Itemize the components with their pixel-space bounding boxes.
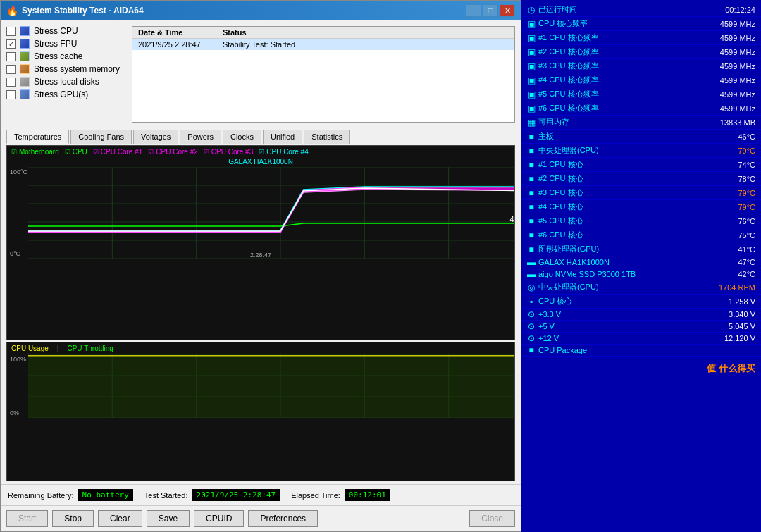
elapsed-value: 00:12:01 [345, 489, 390, 501]
right-panel: ◷ 已运行时间 00:12:24 ▣ CPU 核心频率 4599 MHz ▣ #… [521, 0, 761, 532]
test-started-value: 2021/9/25 2:28:47 [192, 489, 280, 501]
panel-row-cpu-freq: ▣ CPU 核心频率 4599 MHz [521, 17, 761, 31]
fan-icon: ◎ [527, 283, 536, 292]
core6-temp-icon: ■ [527, 231, 536, 240]
temperature-chart: ☑ Motherboard ☑ CPU ☑ CPU Core #1 ☑ CPU … [6, 145, 515, 340]
stress-cpu-checkbox[interactable] [6, 27, 16, 36]
tab-unified[interactable]: Unified [263, 130, 302, 144]
core1-temp-icon: ■ [527, 161, 536, 169]
cpu-temp-icon: ■ [527, 147, 536, 155]
memory-icon: ▦ [527, 118, 536, 127]
chart-sublabel: GALAX HA1K1000N [7, 158, 514, 167]
panel-row-uptime: ◷ 已运行时间 00:12:24 [521, 3, 761, 17]
panel-row-mobo-temp: ■ 主板 46°C [521, 130, 761, 144]
stress-gpu-item[interactable]: Stress GPU(s) [6, 89, 126, 99]
panel-row-fan-speed: ◎ 中央处理器(CPU) 1704 RPM [521, 280, 761, 295]
log-status: Stability Test: Started [223, 40, 295, 49]
temp-chart-svg: 79 79 46 47 [28, 167, 515, 259]
stress-disks-checkbox[interactable] [6, 78, 16, 87]
usage-chart-area: 100% 0% [8, 354, 513, 418]
panel-row-ssd-temp: ▬ aigo NVMe SSD P3000 1TB 42°C [521, 268, 761, 280]
stress-memory-label: Stress system memory [34, 64, 120, 74]
temp-y-min: 0°C [10, 250, 27, 257]
watermark-area: 值 什么得买 [521, 357, 761, 378]
panel-row-core4-temp: ■ #4 CPU 核心 79°C [521, 200, 761, 214]
stress-disks-label: Stress local disks [34, 77, 99, 87]
12v-icon: ⊙ [527, 334, 536, 342]
panel-row-12v: ⊙ +12 V 12.120 V [521, 333, 761, 345]
battery-status: Remaining Battery: No battery [8, 489, 133, 501]
core1-freq-icon: ▣ [527, 34, 536, 42]
stress-cache-label: Stress cache [34, 51, 82, 61]
stress-memory-item[interactable]: Stress system memory [6, 64, 126, 74]
panel-row-core2-temp: ■ #2 CPU 核心 78°C [521, 172, 761, 186]
3v3-icon: ⊙ [527, 310, 536, 318]
legend-cpu-throttling: CPU Throttling [67, 345, 113, 352]
preferences-button[interactable]: Preferences [248, 510, 318, 527]
tab-cooling-fans[interactable]: Cooling Fans [70, 130, 132, 144]
app-icon: 🔥 [6, 5, 18, 16]
tab-clocks[interactable]: Clocks [223, 130, 261, 144]
title-controls: ─ □ ✕ [466, 4, 515, 17]
close-button[interactable]: Close [469, 510, 515, 527]
window-title: System Stability Test - AIDA64 [22, 6, 144, 16]
tab-powers[interactable]: Powers [180, 130, 221, 144]
panel-row-core3-freq: ▣ #3 CPU 核心频率 4599 MHz [521, 59, 761, 73]
stress-cpu-item[interactable]: Stress CPU [6, 26, 126, 36]
usage-y-min: 0% [10, 409, 26, 416]
panel-row-core2-freq: ▣ #2 CPU 核心频率 4599 MHz [521, 45, 761, 59]
panel-value-uptime: 00:12:24 [692, 6, 755, 14]
svg-text:100%: 100% [514, 357, 515, 364]
test-started-status: Test Started: 2021/9/25 2:28:47 [144, 489, 280, 501]
stress-fpu-label: Stress FPU [34, 39, 77, 49]
panel-row-cpu-package: ■ CPU Package [521, 345, 761, 357]
button-bar: Start Stop Clear Save CPUID Preferences … [1, 505, 521, 531]
chart-bottom-legend: CPU Usage | CPU Throttling [7, 342, 514, 354]
stress-memory-checkbox[interactable] [6, 65, 16, 74]
legend-core4: ☑ CPU Core #4 [259, 148, 308, 156]
tab-statistics[interactable]: Statistics [304, 130, 350, 144]
save-button[interactable]: Save [147, 510, 190, 527]
stress-gpu-checkbox[interactable] [6, 90, 16, 99]
panel-row-core5-freq: ▣ #5 CPU 核心频率 4599 MHz [521, 87, 761, 101]
5v-icon: ⊙ [527, 322, 536, 330]
close-window-button[interactable]: ✕ [500, 4, 515, 17]
minimize-button[interactable]: ─ [466, 4, 481, 17]
package-icon: ■ [527, 346, 536, 354]
stress-disks-item[interactable]: Stress local disks [6, 77, 126, 87]
core3-temp-icon: ■ [527, 189, 536, 197]
stress-gpu-label: Stress GPU(s) [34, 89, 88, 99]
panel-row-core1-freq: ▣ #1 CPU 核心频率 4599 MHz [521, 31, 761, 45]
maximize-button[interactable]: □ [483, 4, 498, 17]
legend-core3: ☑ CPU Core #3 [204, 148, 253, 156]
stress-fpu-checkbox[interactable]: ✓ [6, 39, 16, 49]
core6-freq-icon: ▣ [527, 104, 536, 113]
core2-freq-icon: ▣ [527, 48, 536, 56]
panel-row-core1-temp: ■ #1 CPU 核心 74°C [521, 158, 761, 172]
panel-value-cpu-freq: 4599 MHz [692, 20, 755, 28]
tab-temperatures[interactable]: Temperatures [6, 130, 69, 144]
panel-row-memory: ▦ 可用内存 13833 MB [521, 116, 761, 130]
clear-button[interactable]: Clear [98, 510, 142, 527]
mobo-temp-icon: ■ [527, 132, 536, 141]
stress-cache-item[interactable]: Stress cache [6, 51, 126, 61]
charts-container: ☑ Motherboard ☑ CPU ☑ CPU Core #1 ☑ CPU … [1, 145, 521, 481]
panel-label-uptime: ◷ 已运行时间 [527, 4, 577, 15]
log-header: Date & Time Status [132, 27, 514, 39]
stress-cache-checkbox[interactable] [6, 52, 16, 61]
cpuid-button[interactable]: CPUID [194, 510, 244, 527]
log-date-header: Date & Time [138, 28, 223, 37]
status-bar: Remaining Battery: No battery Test Start… [1, 484, 521, 505]
start-button[interactable]: Start [6, 510, 48, 527]
legend-core1: ☑ CPU Core #1 [93, 148, 142, 156]
stress-fpu-item[interactable]: ✓ Stress FPU [6, 39, 126, 49]
panel-row-core4-freq: ▣ #4 CPU 核心频率 4599 MHz [521, 73, 761, 87]
tabs-container: Temperatures Cooling Fans Voltages Power… [1, 130, 521, 144]
tab-voltages[interactable]: Voltages [133, 130, 178, 144]
svg-text:46: 46 [509, 216, 515, 223]
usage-y-labels: 100% 0% [10, 354, 26, 418]
galax-temp-icon: ▬ [527, 258, 536, 266]
core4-temp-icon: ■ [527, 203, 536, 211]
stop-button[interactable]: Stop [52, 510, 94, 527]
core3-freq-icon: ▣ [527, 62, 536, 70]
